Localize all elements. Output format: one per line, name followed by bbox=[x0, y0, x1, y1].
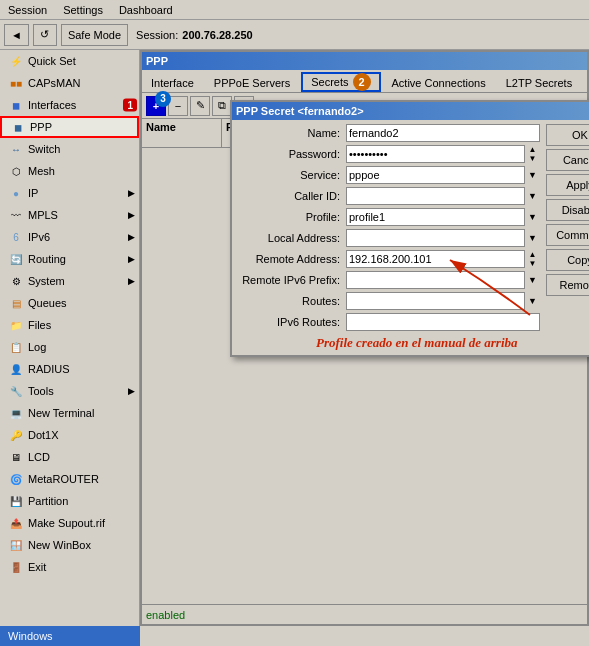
caller-id-select-value[interactable] bbox=[346, 187, 540, 205]
sidebar-label-dot1x: Dot1X bbox=[28, 429, 59, 441]
sidebar-item-radius[interactable]: 👤 RADIUS bbox=[0, 358, 139, 380]
sidebar-item-new-winbox[interactable]: 🪟 New WinBox bbox=[0, 534, 139, 556]
remote-address-scroll: ▲ ▼ bbox=[524, 250, 540, 268]
tab-pppoe-servers[interactable]: PPPoE Servers bbox=[205, 72, 299, 92]
comment-button[interactable]: Comment bbox=[546, 224, 589, 246]
profile-annotation-text: Profile creado en el manual de arriba bbox=[316, 335, 518, 350]
remote-ipv6-arrow[interactable]: ▼ bbox=[524, 271, 540, 289]
profile-row: Profile: profile1 ▼ bbox=[236, 208, 540, 226]
profile-label: Profile: bbox=[236, 211, 346, 223]
sidebar-item-files[interactable]: 📁 Files bbox=[0, 314, 139, 336]
sidebar-item-partition[interactable]: 💾 Partition bbox=[0, 490, 139, 512]
refresh-button[interactable]: ↺ bbox=[33, 24, 57, 46]
sidebar-item-capsman[interactable]: ■■ CAPsMAN bbox=[0, 72, 139, 94]
apply-button[interactable]: Apply bbox=[546, 174, 589, 196]
ipv6-routes-value[interactable] bbox=[346, 313, 540, 331]
sidebar-item-mesh[interactable]: ⬡ Mesh bbox=[0, 160, 139, 182]
caller-id-row: Caller ID: ▼ bbox=[236, 187, 540, 205]
password-input[interactable] bbox=[346, 145, 540, 163]
routes-value[interactable] bbox=[346, 292, 540, 310]
ip-arrow: ▶ bbox=[128, 188, 135, 198]
tab-l2tp-secrets[interactable]: L2TP Secrets bbox=[497, 72, 581, 92]
sidebar-item-switch[interactable]: ↔ Switch bbox=[0, 138, 139, 160]
remote-ipv6-value[interactable] bbox=[346, 271, 540, 289]
tab-active-connections[interactable]: Active Connections bbox=[383, 72, 495, 92]
remote-address-scroll-down[interactable]: ▼ bbox=[525, 259, 540, 268]
sidebar-label-queues: Queues bbox=[28, 297, 67, 309]
routes-row: Routes: ▼ bbox=[236, 292, 540, 310]
sidebar-item-log[interactable]: 📋 Log bbox=[0, 336, 139, 358]
local-address-arrow[interactable]: ▼ bbox=[524, 229, 540, 247]
log-icon: 📋 bbox=[8, 339, 24, 355]
sidebar-item-ip[interactable]: ● IP ▶ bbox=[0, 182, 139, 204]
radius-icon: 👤 bbox=[8, 361, 24, 377]
sidebar-item-queues[interactable]: ▤ Queues bbox=[0, 292, 139, 314]
tab-secrets[interactable]: Secrets 2 bbox=[301, 72, 380, 92]
menu-session[interactable]: Session bbox=[0, 2, 55, 18]
col-name: Name bbox=[142, 119, 222, 147]
profile-select-value[interactable]: profile1 bbox=[346, 208, 540, 226]
profile-dropdown-arrow[interactable]: ▼ bbox=[524, 208, 540, 226]
cancel-button[interactable]: Cancel bbox=[546, 149, 589, 171]
routes-label: Routes: bbox=[236, 295, 346, 307]
disable-button[interactable]: Disable bbox=[546, 199, 589, 221]
sidebar-item-tools[interactable]: 🔧 Tools ▶ bbox=[0, 380, 139, 402]
copy-button[interactable]: Copy bbox=[546, 249, 589, 271]
sidebar-item-ppp[interactable]: ◼ PPP bbox=[0, 116, 139, 138]
dialog-title: PPP Secret <fernando2> bbox=[236, 105, 364, 117]
mpls-icon: 〰 bbox=[8, 207, 24, 223]
sidebar-item-new-terminal[interactable]: 💻 New Terminal bbox=[0, 402, 139, 424]
queues-icon: ▤ bbox=[8, 295, 24, 311]
sidebar-label-capsman: CAPsMAN bbox=[28, 77, 81, 89]
sidebar-item-lcd[interactable]: 🖥 LCD bbox=[0, 446, 139, 468]
sidebar-item-mpls[interactable]: 〰 MPLS ▶ bbox=[0, 204, 139, 226]
sidebar-item-quick-set[interactable]: ⚡ Quick Set bbox=[0, 50, 139, 72]
sidebar-item-system[interactable]: ⚙ System ▶ bbox=[0, 270, 139, 292]
routes-arrow[interactable]: ▼ bbox=[524, 292, 540, 310]
copy-tool-button[interactable]: ⧉ bbox=[212, 96, 232, 116]
service-select-value[interactable]: pppoe bbox=[346, 166, 540, 184]
add-button[interactable]: + 3 bbox=[146, 96, 166, 116]
windows-bar[interactable]: Windows bbox=[0, 626, 140, 646]
remote-address-input[interactable] bbox=[346, 250, 540, 268]
password-scroll-down[interactable]: ▼ bbox=[525, 154, 540, 163]
sidebar-item-ipv6[interactable]: 6 IPv6 ▶ bbox=[0, 226, 139, 248]
service-dropdown-arrow[interactable]: ▼ bbox=[524, 166, 540, 184]
sidebar-label-mesh: Mesh bbox=[28, 165, 55, 177]
remote-ipv6-select-wrapper: ▼ bbox=[346, 271, 540, 289]
name-input[interactable] bbox=[346, 124, 540, 142]
safe-mode-button[interactable]: Safe Mode bbox=[61, 24, 128, 46]
partition-icon: 💾 bbox=[8, 493, 24, 509]
ok-button[interactable]: OK bbox=[546, 124, 589, 146]
sidebar-label-log: Log bbox=[28, 341, 46, 353]
caller-id-dropdown-arrow[interactable]: ▼ bbox=[524, 187, 540, 205]
menu-dashboard[interactable]: Dashboard bbox=[111, 2, 181, 18]
tab-interface[interactable]: Interface bbox=[142, 72, 203, 92]
dialog-body: Name: Password: ▲ ▼ bbox=[232, 120, 589, 355]
local-address-select-wrapper: ▼ bbox=[346, 229, 540, 247]
sidebar-item-make-supout[interactable]: 📤 Make Supout.rif bbox=[0, 512, 139, 534]
sidebar-label-ipv6: IPv6 bbox=[28, 231, 50, 243]
edit-button[interactable]: ✎ bbox=[190, 96, 210, 116]
back-button[interactable]: ◄ bbox=[4, 24, 29, 46]
password-label: Password: bbox=[236, 148, 346, 160]
remove-button[interactable]: − bbox=[168, 96, 188, 116]
menu-settings[interactable]: Settings bbox=[55, 2, 111, 18]
sidebar-item-dot1x[interactable]: 🔑 Dot1X bbox=[0, 424, 139, 446]
remove-dialog-button[interactable]: Remove bbox=[546, 274, 589, 296]
sidebar-item-metarouter[interactable]: 🌀 MetaROUTER bbox=[0, 468, 139, 490]
sidebar-label-tools: Tools bbox=[28, 385, 54, 397]
password-scroll-up[interactable]: ▲ bbox=[525, 145, 540, 154]
new-winbox-icon: 🪟 bbox=[8, 537, 24, 553]
local-address-value[interactable] bbox=[346, 229, 540, 247]
ipv6-arrow: ▶ bbox=[128, 232, 135, 242]
ipv6-routes-label: IPv6 Routes: bbox=[236, 316, 346, 328]
remote-address-scroll-up[interactable]: ▲ bbox=[525, 250, 540, 259]
sidebar-item-exit[interactable]: 🚪 Exit bbox=[0, 556, 139, 578]
sidebar-item-routing[interactable]: 🔄 Routing ▶ bbox=[0, 248, 139, 270]
switch-icon: ↔ bbox=[8, 141, 24, 157]
statusbar: enabled bbox=[142, 604, 587, 624]
ppp-title: PPP bbox=[146, 55, 168, 67]
sidebar-item-interfaces[interactable]: ◼ Interfaces 1 bbox=[0, 94, 139, 116]
profile-annotation-area: Profile creado en el manual de arriba bbox=[236, 335, 540, 351]
